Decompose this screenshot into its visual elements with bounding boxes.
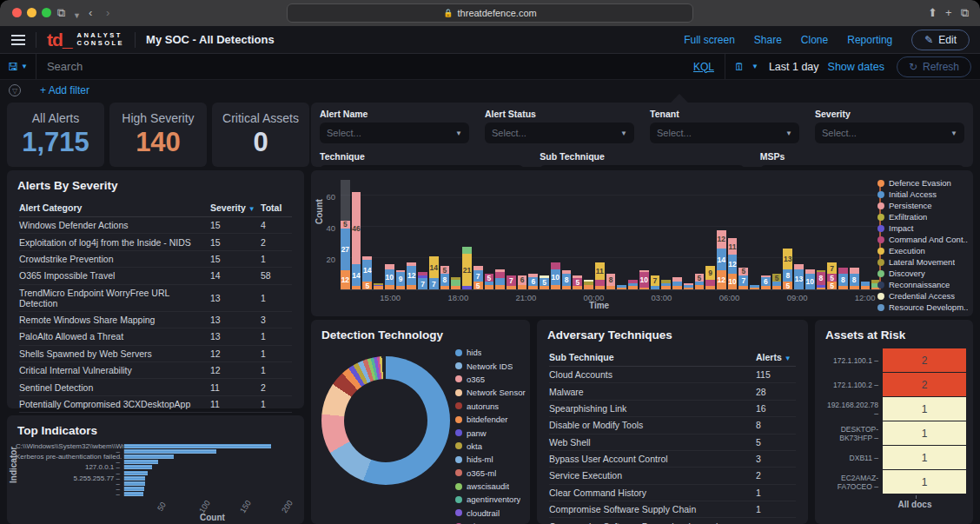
bar-segment[interactable]: 10: [385, 269, 394, 285]
stacked-bar[interactable]: 5: [540, 275, 549, 289]
heatmap-row[interactable]: 172.1.100.1 – 2: [822, 348, 966, 372]
stacked-bar[interactable]: 9: [705, 266, 715, 289]
legend-item[interactable]: Credential Access: [877, 290, 968, 302]
column-header[interactable]: Sub Technique: [549, 348, 756, 367]
sidebar-toggle-icon[interactable]: ⧉: [57, 6, 65, 20]
stacked-bar[interactable]: 5813: [783, 249, 792, 289]
bar-segment[interactable]: [838, 286, 848, 289]
bar-segment[interactable]: [462, 247, 472, 253]
legend-item[interactable]: awscisaudit: [455, 480, 526, 493]
bar-segment[interactable]: [672, 286, 682, 289]
stacked-bar[interactable]: 12: [407, 262, 416, 289]
stacked-bar[interactable]: 6: [528, 274, 538, 289]
stacked-bar[interactable]: 5: [573, 275, 582, 289]
stacked-bar[interactable]: 5: [772, 274, 782, 289]
stacked-bar[interactable]: [628, 280, 638, 289]
stacked-bar[interactable]: 7: [507, 275, 516, 289]
indicator-bar[interactable]: [123, 454, 174, 459]
bar-segment[interactable]: [695, 285, 705, 289]
bar-segment[interactable]: [562, 286, 572, 289]
filter-select[interactable]: Select...▼: [485, 123, 634, 143]
legend-item[interactable]: Network Sensor: [455, 386, 526, 399]
bar-segment[interactable]: [507, 286, 516, 289]
bar-segment[interactable]: [750, 288, 759, 289]
stacked-bar[interactable]: 8: [838, 268, 848, 289]
bar-segment[interactable]: [495, 272, 505, 278]
stacked-bar[interactable]: 101211: [728, 238, 738, 289]
column-header[interactable]: Alert Category: [19, 199, 210, 217]
bar-segment[interactable]: [850, 268, 859, 274]
stacked-bar[interactable]: 8: [606, 274, 616, 289]
bar-segment[interactable]: 10: [728, 274, 738, 289]
stacked-bar[interactable]: 714: [429, 256, 439, 289]
bar-segment[interactable]: 46: [352, 192, 361, 264]
saved-query-menu[interactable]: 🖫 ▼: [0, 54, 36, 79]
bar-segment[interactable]: 9: [396, 272, 406, 286]
stacked-bar[interactable]: [617, 285, 626, 289]
stacked-bar-chart[interactable]: 2040601227514465141091277148521575766510…: [341, 181, 881, 290]
indicator-bar[interactable]: [123, 487, 144, 491]
bar-segment[interactable]: [639, 288, 649, 289]
bar-segment[interactable]: 7: [429, 278, 439, 289]
stacked-bar[interactable]: 11: [595, 262, 605, 289]
legend-item[interactable]: o365-ml: [455, 467, 526, 480]
stacked-bar[interactable]: 1446: [352, 192, 361, 289]
stacked-bar[interactable]: 57: [473, 266, 483, 289]
bar-segment[interactable]: 10: [551, 269, 560, 285]
legend-item[interactable]: Exfiltration: [877, 211, 968, 222]
bar-segment[interactable]: [528, 286, 538, 289]
time-range-value[interactable]: Last 1 day: [769, 61, 819, 73]
bar-segment[interactable]: [628, 286, 638, 289]
legend-item[interactable]: Persistence: [877, 200, 968, 211]
stacked-bar[interactable]: 75: [738, 268, 748, 289]
full-screen-link[interactable]: Full screen: [684, 34, 735, 46]
bar-segment[interactable]: 14: [362, 260, 372, 282]
bar-segment[interactable]: 5: [695, 274, 705, 282]
window-zoom-button[interactable]: [42, 8, 51, 17]
stacked-bar[interactable]: 5: [485, 274, 494, 289]
bar-segment[interactable]: [540, 286, 549, 289]
stacked-bar[interactable]: [750, 285, 759, 289]
show-dates-link[interactable]: Show dates: [828, 61, 884, 73]
bar-segment[interactable]: 8: [850, 274, 859, 286]
bar-segment[interactable]: [551, 285, 560, 289]
legend-item[interactable]: okta: [455, 440, 526, 453]
legend-item[interactable]: Resource Developm...: [877, 302, 968, 313]
bar-segment[interactable]: [495, 285, 505, 289]
legend-item[interactable]: mimecast: [455, 520, 526, 524]
filter-select[interactable]: Select...▼: [540, 165, 744, 167]
bar-segment[interactable]: [407, 285, 416, 289]
bar-segment[interactable]: 8: [606, 274, 616, 286]
bar-segment[interactable]: 7: [507, 275, 516, 287]
legend-item[interactable]: Lateral Movement: [877, 256, 968, 268]
stacked-bar[interactable]: [861, 282, 871, 289]
filter-select[interactable]: Select...▼: [650, 123, 799, 143]
heatmap-row[interactable]: DESKTOP-BK73HFP – 1: [822, 421, 966, 445]
legend-item[interactable]: Execution: [877, 245, 968, 256]
bar-segment[interactable]: 5: [341, 221, 350, 229]
heatmap-cell[interactable]: 1: [883, 470, 966, 494]
bar-segment[interactable]: [661, 286, 671, 289]
new-tab-icon[interactable]: +: [945, 6, 952, 20]
bar-segment[interactable]: [772, 286, 782, 289]
bar-segment[interactable]: 6: [518, 275, 527, 285]
stacked-bar[interactable]: 8: [817, 270, 826, 289]
bar-segment[interactable]: 21: [462, 254, 472, 287]
bar-segment[interactable]: 7: [651, 275, 660, 287]
filter-select[interactable]: Select...▼: [320, 165, 524, 167]
back-icon[interactable]: ‹: [89, 6, 92, 20]
stacked-bar[interactable]: [661, 280, 671, 289]
bar-segment[interactable]: 7: [827, 262, 837, 274]
stacked-bar[interactable]: 12275: [341, 180, 350, 289]
filter-select[interactable]: Select...▼: [760, 165, 964, 167]
bar-segment[interactable]: 7: [738, 275, 748, 287]
stacked-bar[interactable]: [495, 269, 505, 289]
stacked-bar[interactable]: 6: [761, 275, 771, 289]
bar-segment[interactable]: 27: [341, 229, 350, 271]
stacked-bar[interactable]: 5: [695, 274, 705, 289]
bar-segment[interactable]: 8: [783, 269, 792, 282]
horizontal-bar-chart[interactable]: C:\\Windows\\System32\\wbem\\WmiApSrv.ex…: [16, 443, 295, 497]
legend-item[interactable]: autoruns: [455, 400, 526, 413]
indicator-bar[interactable]: [123, 444, 271, 448]
bar-segment[interactable]: [684, 288, 693, 289]
